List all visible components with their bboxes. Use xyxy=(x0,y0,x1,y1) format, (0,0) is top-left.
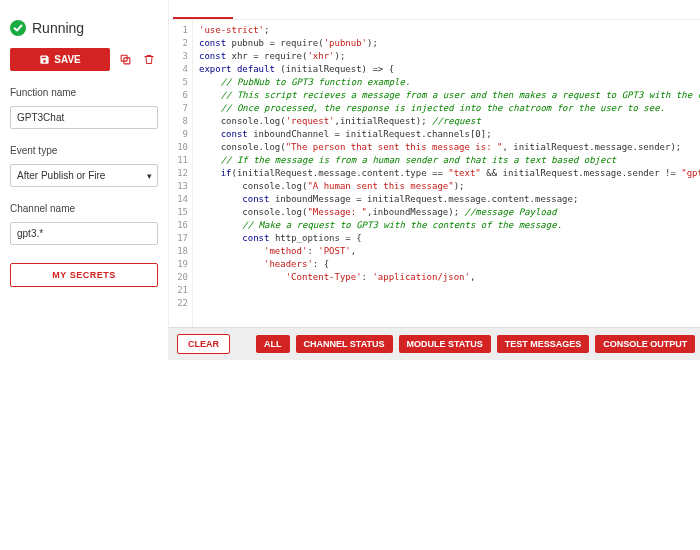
filter-channel-status[interactable]: CHANNEL STATUS xyxy=(296,335,393,353)
code-line[interactable]: console.log("A human sent this message")… xyxy=(199,180,700,193)
save-icon xyxy=(39,54,50,65)
app-shell: Running SAVE Function name Event xyxy=(0,0,700,360)
filter-module-status[interactable]: MODULE STATUS xyxy=(399,335,491,353)
event-type-select[interactable] xyxy=(10,164,158,187)
my-secrets-button[interactable]: MY SECRETS xyxy=(10,263,158,287)
code-line[interactable]: const inboundChannel = initialRequest.ch… xyxy=(199,128,700,141)
code-line[interactable]: export default (initialRequest) => { xyxy=(199,63,700,76)
filter-pills: ALLCHANNEL STATUSMODULE STATUSTEST MESSA… xyxy=(256,335,695,353)
code-line[interactable]: console.log('request',initialRequest); /… xyxy=(199,115,700,128)
console-toolbar: CLEAR ALLCHANNEL STATUSMODULE STATUSTEST… xyxy=(169,327,700,360)
code-line[interactable]: // This script recieves a message from a… xyxy=(199,89,700,102)
line-number: 5 xyxy=(169,76,188,89)
active-tab-indicator xyxy=(173,17,233,19)
status-row: Running xyxy=(10,20,158,36)
line-number: 9 xyxy=(169,128,188,141)
line-number: 20 xyxy=(169,271,188,284)
line-gutter: 12345678910111213141516171819202122 xyxy=(169,20,193,327)
line-number: 8 xyxy=(169,115,188,128)
code-line[interactable]: console.log("The person that sent this m… xyxy=(199,141,700,154)
event-type-label: Event type xyxy=(10,145,158,156)
code-line[interactable]: // If the message is from a human sender… xyxy=(199,154,700,167)
clear-button[interactable]: CLEAR xyxy=(177,334,230,354)
line-number: 22 xyxy=(169,297,188,310)
code-line[interactable]: 'headers': { xyxy=(199,258,700,271)
line-number: 14 xyxy=(169,193,188,206)
code-line[interactable]: 'Content-Type': 'application/json', xyxy=(199,271,700,284)
trash-icon xyxy=(143,53,155,66)
code-line[interactable]: // Make a request to GPT3 with the conte… xyxy=(199,219,700,232)
line-number: 4 xyxy=(169,63,188,76)
line-number: 1 xyxy=(169,24,188,37)
code-line[interactable]: console.log("Message: ",inboundMessage);… xyxy=(199,206,700,219)
line-number: 15 xyxy=(169,206,188,219)
line-number: 10 xyxy=(169,141,188,154)
check-circle-icon xyxy=(10,20,26,36)
line-number: 21 xyxy=(169,284,188,297)
event-type-select-wrap: ▾ xyxy=(10,164,158,187)
code-line[interactable]: const xhr = require('xhr'); xyxy=(199,50,700,63)
line-number: 13 xyxy=(169,180,188,193)
status-label: Running xyxy=(32,20,84,36)
line-number: 11 xyxy=(169,154,188,167)
line-number: 19 xyxy=(169,258,188,271)
filter-all[interactable]: ALL xyxy=(256,335,290,353)
code-line[interactable]: // Once processed, the response is injec… xyxy=(199,102,700,115)
code-content[interactable]: 'use-strict';const pubnub = require('pub… xyxy=(193,20,700,327)
code-line[interactable]: 'method': 'POST', xyxy=(199,245,700,258)
copy-button[interactable] xyxy=(116,51,134,69)
line-number: 12 xyxy=(169,167,188,180)
line-number: 17 xyxy=(169,232,188,245)
blank-region xyxy=(0,360,700,550)
save-row: SAVE xyxy=(10,48,158,71)
code-line[interactable]: const inboundMessage = initialRequest.me… xyxy=(199,193,700,206)
function-name-input[interactable] xyxy=(10,106,158,129)
code-line[interactable]: 'use-strict'; xyxy=(199,24,700,37)
save-button[interactable]: SAVE xyxy=(10,48,110,71)
delete-button[interactable] xyxy=(140,51,158,69)
copy-icon xyxy=(119,53,132,66)
line-number: 7 xyxy=(169,102,188,115)
code-line[interactable]: if(initialRequest.message.content.type =… xyxy=(199,167,700,180)
main-panel: 12345678910111213141516171819202122 'use… xyxy=(168,0,700,360)
line-number: 6 xyxy=(169,89,188,102)
line-number: 2 xyxy=(169,37,188,50)
code-line[interactable]: const pubnub = require('pubnub'); xyxy=(199,37,700,50)
channel-name-input[interactable] xyxy=(10,222,158,245)
filter-test-messages[interactable]: TEST MESSAGES xyxy=(497,335,590,353)
function-name-label: Function name xyxy=(10,87,158,98)
code-line[interactable]: // PubNub to GPT3 function example. xyxy=(199,76,700,89)
sidebar: Running SAVE Function name Event xyxy=(0,0,168,360)
channel-name-label: Channel name xyxy=(10,203,158,214)
filter-console-output[interactable]: CONSOLE OUTPUT xyxy=(595,335,695,353)
line-number: 18 xyxy=(169,245,188,258)
save-button-label: SAVE xyxy=(54,54,81,65)
line-number: 3 xyxy=(169,50,188,63)
line-number: 16 xyxy=(169,219,188,232)
code-editor[interactable]: 12345678910111213141516171819202122 'use… xyxy=(169,20,700,327)
tab-strip xyxy=(169,0,700,20)
code-line[interactable]: const http_options = { xyxy=(199,232,700,245)
